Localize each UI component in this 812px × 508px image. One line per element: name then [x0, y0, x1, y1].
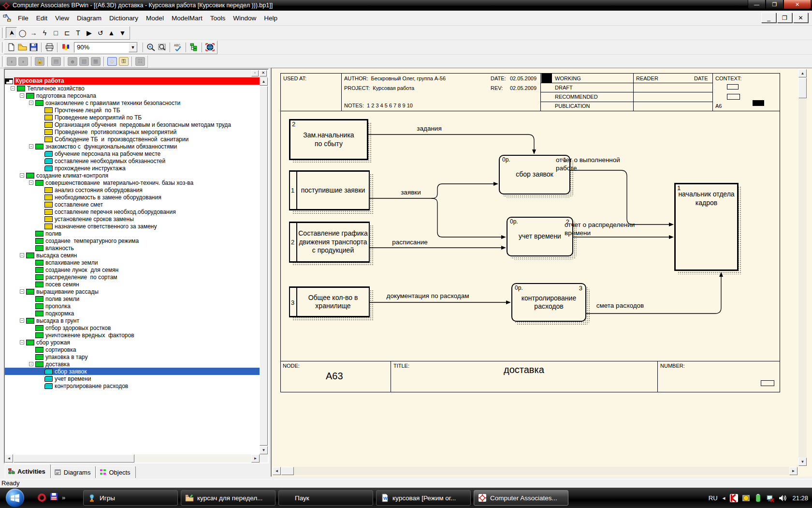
- arrow-label-zadaniya[interactable]: задания: [417, 124, 441, 133]
- tree-item[interactable]: составление перечня необход.оборудования: [5, 208, 260, 215]
- arrow-label-raspisanie[interactable]: расписание: [392, 238, 427, 246]
- battery-tray-icon[interactable]: [754, 494, 762, 502]
- properties-icon[interactable]: ▤: [51, 57, 61, 66]
- diagram-box-kontrolirovanie-rashodov[interactable]: 0р.3контролирование расходов: [511, 283, 586, 322]
- tree-item[interactable]: упаковка в тару: [5, 353, 260, 360]
- pointer-tool[interactable]: ➤: [6, 27, 17, 38]
- scroll-down-icon[interactable]: ▼: [798, 458, 807, 466]
- tree-item[interactable]: контролирование расходов: [5, 382, 260, 389]
- tree-item[interactable]: -доставка: [5, 360, 260, 368]
- toolbar-grip[interactable]: [1, 56, 2, 67]
- taskbar-button-3[interactable]: Паук: [278, 490, 373, 506]
- arrow-label-smeta[interactable]: смета расходов: [596, 301, 644, 310]
- key-icon[interactable]: ⚿: [119, 57, 129, 66]
- collapse-expander-icon[interactable]: -: [29, 144, 33, 149]
- tree-item[interactable]: полив: [5, 230, 260, 237]
- checkout-model-icon[interactable]: ◖: [7, 57, 16, 66]
- tree-item[interactable]: сортировка: [5, 346, 260, 353]
- menu-help[interactable]: Help: [260, 13, 281, 23]
- tree-item[interactable]: -ознакомление с правилами техники безопа…: [5, 99, 260, 106]
- tree-item[interactable]: сбор заявок: [5, 368, 260, 375]
- collapse-expander-icon[interactable]: -: [29, 362, 33, 366]
- tree-item[interactable]: создание лунок для семян: [5, 266, 260, 273]
- menu-edit[interactable]: Edit: [32, 13, 51, 23]
- toolbar-grip[interactable]: [1, 42, 2, 53]
- checkin-model-icon[interactable]: ◗: [18, 57, 28, 66]
- tree-item[interactable]: вспахивание земли: [5, 259, 260, 266]
- tree-item[interactable]: -Тепличное хозяйство: [5, 85, 260, 92]
- diagram-box-sostavlenie-grafika[interactable]: 2Составление графика движения транспорта…: [289, 222, 370, 263]
- tray-expand-icon[interactable]: ◄: [722, 495, 726, 501]
- scroll-up-icon[interactable]: ▲: [798, 69, 807, 77]
- menu-file[interactable]: File: [14, 13, 32, 23]
- collapse-expander-icon[interactable]: -: [20, 340, 24, 344]
- tree-root-item[interactable]: Курсовая работа: [5, 77, 260, 85]
- report-icon[interactable]: ▧: [79, 57, 89, 66]
- open-file-button[interactable]: [17, 42, 28, 53]
- arrow-label-zayavki-main[interactable]: заявки: [401, 188, 421, 196]
- tab-diagrams[interactable]: Diagrams: [51, 466, 96, 478]
- menu-model[interactable]: Model: [142, 13, 168, 23]
- menu-view[interactable]: View: [51, 13, 73, 23]
- user-icon[interactable]: ☻: [68, 57, 77, 66]
- scroll-left-icon[interactable]: ◄: [273, 467, 281, 475]
- spell-check-button[interactable]: ABC: [173, 42, 184, 53]
- taskbar-button-5[interactable]: Computer Associates...: [474, 490, 568, 506]
- undo-tool[interactable]: ↺: [95, 27, 106, 38]
- lock-icon[interactable]: 🔒: [35, 57, 44, 66]
- opera-icon[interactable]: [38, 493, 46, 502]
- print-button[interactable]: [44, 42, 55, 53]
- new-file-button[interactable]: [6, 42, 17, 53]
- squiggle-arrow-tool[interactable]: ϟ: [39, 27, 50, 38]
- tree-item[interactable]: составление смет: [5, 201, 260, 208]
- start-button[interactable]: [6, 489, 24, 507]
- scroll-left-icon[interactable]: ◄: [5, 454, 13, 463]
- tree-item[interactable]: составление необходимых обязанностей: [5, 157, 260, 164]
- tree-item[interactable]: -подготовка персонала: [5, 92, 260, 99]
- tree-item[interactable]: -высадка семян: [5, 252, 260, 259]
- tree-item[interactable]: посев семян: [5, 281, 260, 288]
- restore-button[interactable]: ❐: [766, 0, 783, 9]
- users-icon[interactable]: ☷: [135, 57, 145, 66]
- tree-item[interactable]: полив земли: [5, 295, 260, 302]
- collapse-expander-icon[interactable]: -: [29, 180, 33, 185]
- network-disconnected-icon[interactable]: [766, 494, 774, 502]
- mdi-close-button[interactable]: ✕: [793, 13, 808, 23]
- menu-diagram[interactable]: Diagram: [73, 13, 105, 23]
- volume-tray-icon[interactable]: [778, 494, 786, 502]
- zoom-dropdown-arrow[interactable]: ▼: [129, 43, 137, 52]
- tree-item[interactable]: -выращивание рассады: [5, 288, 260, 295]
- diagram-box-zam-nachalnika[interactable]: 2Зам.начальника по сбыту: [289, 119, 368, 160]
- arrow-tool[interactable]: →: [28, 27, 39, 38]
- clock[interactable]: 21:28: [792, 494, 808, 502]
- tree-item[interactable]: Соблюдение ТБ и производственной санитар…: [5, 135, 260, 143]
- tree-item[interactable]: установление сроков замены: [5, 215, 260, 223]
- menu-window[interactable]: Window: [229, 13, 260, 23]
- ellipse-tool[interactable]: ◯: [17, 27, 28, 38]
- tree-item[interactable]: прополка: [5, 302, 260, 310]
- quicklaunch-overflow-icon[interactable]: »: [62, 494, 65, 501]
- tree-item[interactable]: влажность: [5, 244, 260, 252]
- tree-item[interactable]: Организация обучения передовым и безопас…: [5, 121, 260, 128]
- scheduler-tray-icon[interactable]: [742, 494, 750, 502]
- tree-item[interactable]: уничтожение вредных факторов: [5, 331, 260, 339]
- tree-vertical-scrollbar[interactable]: ▲ ▼: [260, 77, 268, 454]
- tree-item[interactable]: отбор здоровых ростков: [5, 324, 260, 331]
- save-button[interactable]: [28, 42, 39, 53]
- mart-user-icon[interactable]: ☺: [107, 57, 117, 66]
- taskbar-button-1[interactable]: Игры: [83, 490, 178, 506]
- collapse-expander-icon[interactable]: -: [20, 173, 24, 178]
- collapse-expander-icon[interactable]: -: [20, 253, 24, 257]
- zoom-combobox[interactable]: 90% ▼: [74, 42, 138, 53]
- diagram-box-obshchee-kolvo[interactable]: 3Общее кол-во в хранилище: [289, 286, 370, 317]
- go-down-tool[interactable]: ▼: [117, 27, 128, 38]
- grid-icon[interactable]: ▦: [91, 57, 101, 66]
- panel-restore-icon[interactable]: ▫: [251, 70, 259, 76]
- scroll-up-icon[interactable]: ▲: [260, 77, 268, 86]
- tree-horizontal-scrollbar[interactable]: ◄ ►: [5, 454, 260, 463]
- tree-item[interactable]: анализ состояния оборудования: [5, 186, 260, 194]
- close-button[interactable]: ✕: [783, 0, 811, 9]
- tree-item[interactable]: -знакомство с функциональными обязанност…: [5, 143, 260, 150]
- tree-item[interactable]: -сбор урожая: [5, 339, 260, 346]
- tree-item[interactable]: прохождение инструктажа: [5, 164, 260, 172]
